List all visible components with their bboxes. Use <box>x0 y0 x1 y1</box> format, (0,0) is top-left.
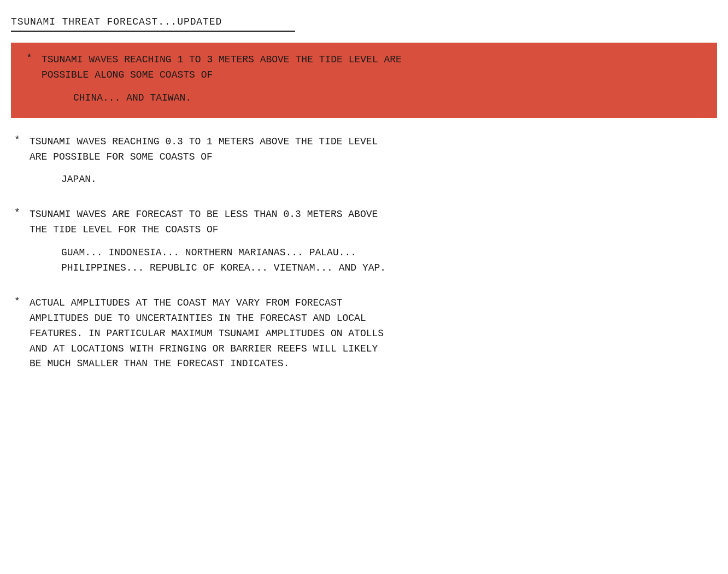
japan-indent: JAPAN. <box>30 172 717 188</box>
header-divider <box>11 31 295 32</box>
section-actual: * ACTUAL AMPLITUDES AT THE COAST MAY VAR… <box>11 296 717 372</box>
section-japan: * TSUNAMI WAVES REACHING 0.3 TO 1 METERS… <box>11 134 717 188</box>
bullet-star-japan: * <box>14 134 30 145</box>
bullet-content-actual: ACTUAL AMPLITUDES AT THE COAST MAY VARY … <box>30 296 717 372</box>
bullet-wrapper-less: * TSUNAMI WAVES ARE FORECAST TO BE LESS … <box>14 207 717 276</box>
less-line-1: TSUNAMI WAVES ARE FORECAST TO BE LESS TH… <box>30 207 717 222</box>
less-line-2: THE TIDE LEVEL FOR THE COASTS OF <box>30 222 717 238</box>
actual-line-3: FEATURES. IN PARTICULAR MAXIMUM TSUNAMI … <box>30 326 717 342</box>
section-red: * TSUNAMI WAVES REACHING 1 TO 3 METERS A… <box>23 52 705 106</box>
actual-line-5: BE MUCH SMALLER THAN THE FORECAST INDICA… <box>30 356 717 372</box>
bullet-star-less: * <box>14 207 30 218</box>
actual-line-1: ACTUAL AMPLITUDES AT THE COAST MAY VARY … <box>30 296 717 311</box>
bullet-content-less: TSUNAMI WAVES ARE FORECAST TO BE LESS TH… <box>30 207 717 276</box>
actual-line-2: AMPLITUDES DUE TO UNCERTAINTIES IN THE F… <box>30 311 717 326</box>
japan-line-2: ARE POSSIBLE FOR SOME COASTS OF <box>30 150 717 165</box>
section-red-box: * TSUNAMI WAVES REACHING 1 TO 3 METERS A… <box>11 43 717 118</box>
bullet-wrapper-actual: * ACTUAL AMPLITUDES AT THE COAST MAY VAR… <box>14 296 717 372</box>
bullet-star-actual: * <box>14 296 30 307</box>
section-less: * TSUNAMI WAVES ARE FORECAST TO BE LESS … <box>11 207 717 276</box>
bullet-wrapper-red: * TSUNAMI WAVES REACHING 1 TO 3 METERS A… <box>26 52 705 106</box>
page-header: TSUNAMI THREAT FORECAST...UPDATED <box>11 16 717 32</box>
bullet-wrapper-japan: * TSUNAMI WAVES REACHING 0.3 TO 1 METERS… <box>14 134 717 188</box>
bullet-content-japan: TSUNAMI WAVES REACHING 0.3 TO 1 METERS A… <box>30 134 717 188</box>
red-line-1: TSUNAMI WAVES REACHING 1 TO 3 METERS ABO… <box>42 52 705 68</box>
bullet-content-red: TSUNAMI WAVES REACHING 1 TO 3 METERS ABO… <box>42 52 705 106</box>
red-line-2: POSSIBLE ALONG SOME COASTS OF <box>42 68 705 83</box>
less-indent: GUAM... INDONESIA... NORTHERN MARIANAS..… <box>30 245 717 276</box>
bullet-star-red: * <box>26 52 42 63</box>
page-title: TSUNAMI THREAT FORECAST...UPDATED <box>11 16 717 27</box>
red-indent: CHINA... AND TAIWAN. <box>42 91 705 106</box>
japan-line-1: TSUNAMI WAVES REACHING 0.3 TO 1 METERS A… <box>30 134 717 150</box>
actual-line-4: AND AT LOCATIONS WITH FRINGING OR BARRIE… <box>30 342 717 357</box>
